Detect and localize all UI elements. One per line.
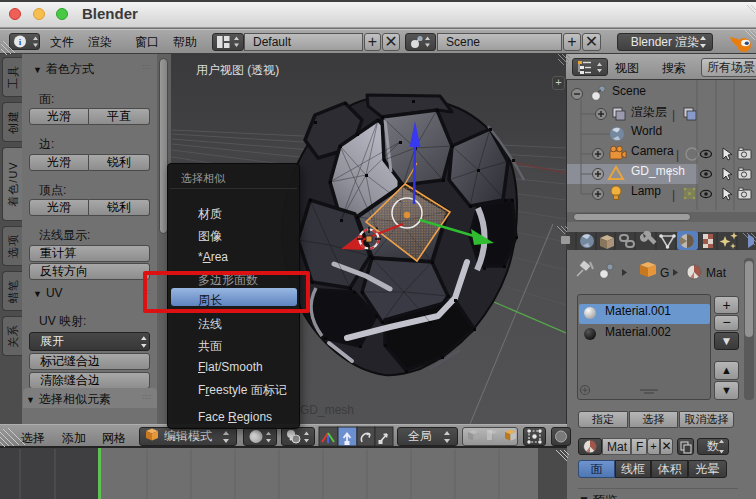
- svg-text:用户视图 (透视): 用户视图 (透视): [196, 63, 279, 77]
